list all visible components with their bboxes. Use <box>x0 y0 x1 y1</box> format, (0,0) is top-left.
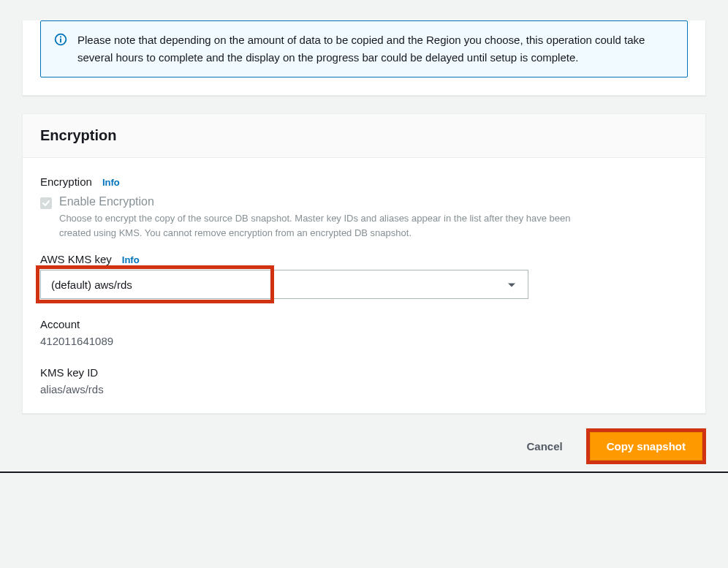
encryption-header: Encryption <box>23 114 705 158</box>
svg-rect-2 <box>60 37 61 38</box>
account-block: Account 412011641089 <box>40 318 688 347</box>
kms-key-select[interactable]: (default) aws/rds <box>40 270 528 299</box>
kms-key-id-value: alias/aws/rds <box>40 383 688 395</box>
encryption-panel: Encryption Encryption Info Enable Encryp… <box>22 113 706 414</box>
encryption-field-row: Encryption Info <box>40 175 688 188</box>
kms-key-label: AWS KMS key <box>40 253 112 265</box>
footer: Cancel Copy snapshot <box>0 414 728 472</box>
kms-key-select-wrap: (default) aws/rds <box>40 270 528 299</box>
kms-key-id-label: KMS key ID <box>40 366 688 379</box>
enable-encryption-desc: Choose to encrypt the copy of the source… <box>59 211 585 240</box>
chevron-down-icon <box>507 279 516 291</box>
page-root: Please note that depending on the amount… <box>0 20 728 568</box>
info-panel: Please note that depending on the amount… <box>22 20 706 96</box>
enable-encryption-title: Enable Encryption <box>59 195 585 208</box>
copy-snapshot-highlight: Copy snapshot <box>586 428 706 464</box>
copy-snapshot-button[interactable]: Copy snapshot <box>590 432 702 461</box>
enable-encryption-checkbox <box>40 197 52 209</box>
svg-rect-1 <box>60 39 61 43</box>
info-alert: Please note that depending on the amount… <box>40 20 688 77</box>
encryption-title: Encryption <box>40 127 688 144</box>
kms-key-row: AWS KMS key Info (default) aws/rds <box>40 253 688 299</box>
bottom-divider <box>0 472 728 473</box>
encryption-body: Encryption Info Enable Encryption Choose… <box>23 158 705 413</box>
kms-key-selected-value: (default) aws/rds <box>51 279 132 291</box>
account-value: 412011641089 <box>40 335 688 347</box>
encryption-info-link[interactable]: Info <box>102 177 120 188</box>
info-icon <box>54 33 67 48</box>
enable-encryption-text: Enable Encryption Choose to encrypt the … <box>59 195 585 240</box>
encryption-field-label: Encryption <box>40 175 92 188</box>
cancel-button[interactable]: Cancel <box>516 433 572 460</box>
enable-encryption-checkbox-block: Enable Encryption Choose to encrypt the … <box>40 195 688 240</box>
kms-key-id-block: KMS key ID alias/aws/rds <box>40 366 688 395</box>
account-label: Account <box>40 318 688 330</box>
info-alert-text: Please note that depending on the amount… <box>77 31 674 67</box>
kms-key-info-link[interactable]: Info <box>122 254 140 265</box>
